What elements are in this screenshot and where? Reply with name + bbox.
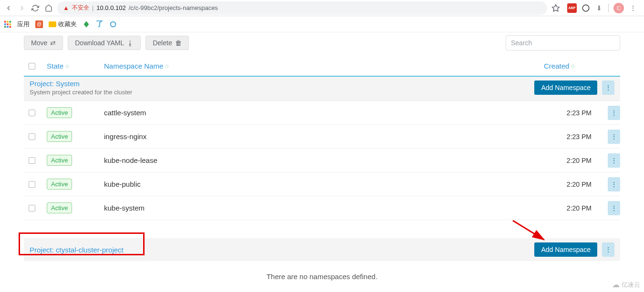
namespace-name[interactable]: ingress-nginx <box>104 132 553 141</box>
row-checkbox[interactable] <box>29 110 35 116</box>
share-icon: ⇄ <box>50 39 56 47</box>
bookmarks-bar: 应用 @ 收藏夹 了 <box>0 16 644 32</box>
created-time: 2:20 PM <box>553 204 592 212</box>
svg-rect-3 <box>7 20 9 22</box>
action-row: Move ⇄ Download YAML ⭳ Delete 🗑 <box>24 32 620 57</box>
table-row: Active kube-public 2:20 PM ⋮ <box>24 172 620 196</box>
delete-button[interactable]: Delete 🗑 <box>145 36 188 50</box>
svg-rect-8 <box>4 26 6 28</box>
status-badge: Active <box>47 179 72 190</box>
insecure-label: 不安全 <box>72 4 89 12</box>
menu-icon[interactable]: ⋮ <box>629 4 637 12</box>
namespace-name[interactable]: kube-system <box>104 204 553 212</box>
back-button[interactable] <box>4 3 13 13</box>
created-time: 2:20 PM <box>553 181 592 188</box>
row-checkbox[interactable] <box>29 181 35 188</box>
status-badge: Active <box>47 202 72 213</box>
row-checkbox[interactable] <box>29 205 35 211</box>
svg-rect-4 <box>10 20 11 22</box>
project-title[interactable]: Project: ctystal-cluster-project <box>30 246 534 254</box>
add-namespace-button[interactable]: Add Namespace <box>534 81 597 95</box>
bookmark-folder[interactable]: 收藏夹 <box>49 20 77 29</box>
bookmark-4[interactable] <box>109 20 117 28</box>
project-desc: System project created for the cluster <box>30 89 534 96</box>
download-icon[interactable]: ⬇ <box>595 4 603 12</box>
project-system-header: Project: System System project created f… <box>24 77 620 101</box>
svg-rect-5 <box>4 23 6 25</box>
add-namespace-button[interactable]: Add Namespace <box>534 242 597 257</box>
namespace-name[interactable]: cattle-system <box>104 109 553 117</box>
home-button[interactable] <box>44 3 53 13</box>
sort-icon: ◇ <box>571 63 575 69</box>
download-yaml-button[interactable]: Download YAML ⭳ <box>68 36 141 50</box>
url-bar[interactable]: ▲ 不安全 | 10.0.0.102/c/c-99bc2/projects-na… <box>57 1 547 15</box>
row-menu-button[interactable]: ⋮ <box>608 153 620 168</box>
column-state[interactable]: State ◇ <box>47 62 104 70</box>
empty-message: There are no namespaces defined. <box>24 261 620 292</box>
table-row: Active kube-node-lease 2:20 PM ⋮ <box>24 149 620 172</box>
url-path: /c/c-99bc2/projects-namespaces <box>129 4 218 11</box>
svg-rect-9 <box>7 26 9 28</box>
extension-icons: ABP ⬇ C ⋮ <box>564 3 640 13</box>
status-badge: Active <box>47 107 72 118</box>
url-host: 10.0.0.102 <box>96 4 125 11</box>
svg-marker-0 <box>552 4 560 11</box>
table-header: State ◇ Namespace Name ◇ Created ◇ <box>24 57 620 77</box>
ext-icon-1[interactable] <box>582 4 590 12</box>
trash-icon: 🗑 <box>175 39 182 47</box>
project-ctystal-header: Project: ctystal-cluster-project Add Nam… <box>24 238 620 261</box>
row-checkbox[interactable] <box>29 157 35 164</box>
row-menu-button[interactable]: ⋮ <box>608 177 620 191</box>
created-time: 2:23 PM <box>553 109 592 117</box>
url-separator: | <box>92 4 93 11</box>
move-button[interactable]: Move ⇄ <box>24 36 63 50</box>
annotation-arrow <box>510 218 549 242</box>
forward-button[interactable] <box>17 3 27 13</box>
created-time: 2:23 PM <box>553 133 592 141</box>
sort-icon: ◇ <box>65 63 69 69</box>
bookmark-1[interactable]: @ <box>35 20 43 28</box>
watermark: ☁亿速云 <box>612 280 640 289</box>
svg-rect-7 <box>10 23 11 25</box>
svg-rect-10 <box>10 26 11 28</box>
svg-point-1 <box>582 5 589 11</box>
bookmark-2[interactable] <box>83 20 90 28</box>
project-menu-button[interactable]: ⋮ <box>602 81 614 95</box>
namespace-name[interactable]: kube-node-lease <box>104 156 553 164</box>
svg-line-12 <box>513 221 544 240</box>
bookmark-3[interactable]: 了 <box>96 19 104 29</box>
namespace-name[interactable]: kube-public <box>104 180 553 188</box>
warning-icon: ▲ <box>63 4 69 11</box>
reload-button[interactable] <box>31 3 40 13</box>
sort-icon: ◇ <box>165 63 169 69</box>
search-input[interactable] <box>506 35 620 50</box>
profile-avatar[interactable]: C <box>613 3 624 13</box>
star-button[interactable] <box>551 3 561 13</box>
svg-rect-2 <box>4 20 6 22</box>
svg-point-11 <box>111 21 116 27</box>
table-row: Active ingress-nginx 2:23 PM ⋮ <box>24 125 620 149</box>
table-row: Active cattle-system 2:23 PM ⋮ <box>24 101 620 125</box>
download-icon: ⭳ <box>127 39 134 47</box>
status-badge: Active <box>47 131 72 142</box>
apps-icon[interactable] <box>4 20 11 28</box>
table-row: Active kube-system 2:20 PM ⋮ <box>24 196 620 220</box>
row-menu-button[interactable]: ⋮ <box>608 130 620 144</box>
abp-icon[interactable]: ABP <box>567 3 577 13</box>
status-badge: Active <box>47 155 72 166</box>
row-checkbox[interactable] <box>29 133 35 140</box>
divider-icon <box>608 4 609 12</box>
project-menu-button[interactable]: ⋮ <box>602 242 614 257</box>
project-title[interactable]: Project: System <box>30 80 534 88</box>
created-time: 2:20 PM <box>553 157 592 164</box>
svg-rect-6 <box>7 23 9 25</box>
column-created[interactable]: Created ◇ <box>544 62 592 70</box>
apps-label[interactable]: 应用 <box>17 20 30 29</box>
select-all-checkbox[interactable] <box>29 63 35 70</box>
column-name[interactable]: Namespace Name ◇ <box>104 62 544 70</box>
row-menu-button[interactable]: ⋮ <box>608 106 620 120</box>
row-menu-button[interactable]: ⋮ <box>608 201 620 215</box>
browser-toolbar: ▲ 不安全 | 10.0.0.102/c/c-99bc2/projects-na… <box>0 0 644 16</box>
